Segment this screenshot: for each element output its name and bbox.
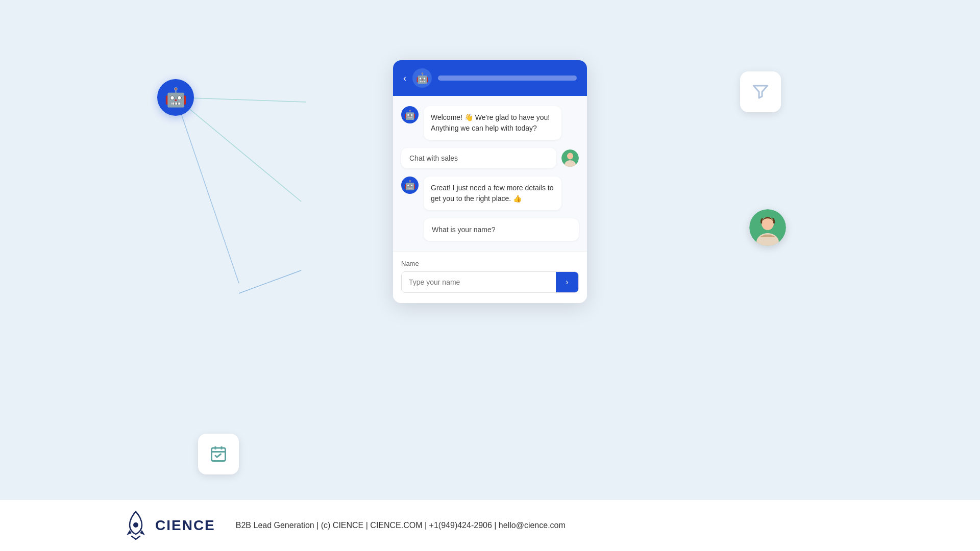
user-option-chat-sales[interactable]: Chat with sales: [401, 148, 579, 168]
question-name-bubble: What is your name?: [424, 218, 579, 241]
welcome-text: Welcome! 👋 We're glad to have you! Anyth…: [431, 113, 550, 132]
header-bar: [438, 76, 577, 81]
chat-sales-bubble[interactable]: Chat with sales: [401, 148, 556, 168]
details-bubble: Great! I just need a few more details to…: [424, 177, 561, 210]
user-avatar: [561, 149, 579, 167]
footer-info: B2B Lead Generation | (c) CIENCE | CIENC…: [236, 521, 566, 530]
name-input[interactable]: [402, 272, 556, 292]
back-button[interactable]: ‹: [403, 73, 406, 83]
footer: CIENCE B2B Lead Generation | (c) CIENCE …: [0, 500, 980, 551]
bot-message-welcome: 🤖 Welcome! 👋 We're glad to have you! Any…: [401, 106, 579, 140]
input-row: ›: [401, 271, 579, 293]
header-bot-emoji: 🤖: [416, 72, 429, 84]
person-avatar-svg: [749, 209, 786, 246]
calendar-icon: [209, 445, 228, 463]
svg-line-5: [176, 97, 239, 283]
svg-line-4: [239, 270, 301, 293]
bot-avatar-1: 🤖: [401, 106, 419, 123]
chat-input-area: Name ›: [393, 251, 587, 303]
details-text: Great! I just need a few more details to…: [431, 184, 553, 203]
svg-line-1: [176, 97, 301, 202]
floating-calendar-card: [198, 434, 239, 474]
send-icon: ›: [566, 278, 568, 287]
chat-messages: 🤖 Welcome! 👋 We're glad to have you! Any…: [393, 96, 587, 251]
chat-sales-text: Chat with sales: [409, 154, 458, 162]
welcome-bubble: Welcome! 👋 We're glad to have you! Anyth…: [424, 106, 561, 140]
footer-logo: CIENCE: [122, 510, 215, 541]
floating-person-avatar: [749, 209, 786, 246]
floating-filter-card: [740, 71, 781, 112]
bot-emoji: 🤖: [164, 87, 187, 108]
svg-point-11: [762, 217, 774, 230]
chat-widget: ‹ 🤖 🤖 Welcome! 👋 We're glad to have you!…: [393, 60, 587, 303]
bot-avatar-2: 🤖: [401, 177, 419, 194]
footer-logo-text: CIENCE: [155, 517, 215, 534]
bot-message-details: 🤖 Great! I just need a few more details …: [401, 177, 579, 210]
filter-icon: [751, 83, 770, 101]
svg-point-16: [133, 522, 138, 528]
input-label: Name: [401, 260, 579, 267]
floating-bot-icon: 🤖: [157, 79, 194, 116]
header-bot-avatar: 🤖: [412, 68, 432, 88]
chat-header: ‹ 🤖: [393, 60, 587, 96]
cience-logo-icon: [122, 510, 149, 541]
send-button[interactable]: ›: [556, 272, 578, 292]
svg-line-0: [176, 97, 306, 102]
svg-rect-6: [212, 448, 226, 461]
question-text: What is your name?: [432, 226, 496, 234]
svg-point-14: [567, 153, 573, 160]
